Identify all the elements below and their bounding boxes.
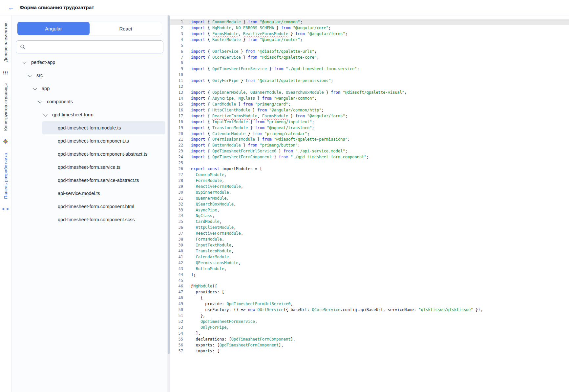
back-arrow-icon[interactable]: ← bbox=[8, 4, 14, 11]
code-line[interactable]: 39 InputTextModule, bbox=[170, 243, 569, 248]
search-input[interactable] bbox=[28, 44, 159, 49]
code-line[interactable]: 52 QpdTimesheetFormService, bbox=[170, 319, 569, 325]
code-line[interactable]: 8 bbox=[170, 60, 569, 66]
code-line[interactable]: 7import { QCoreService } from "@diasoft/… bbox=[170, 55, 569, 61]
tab-warnings[interactable]: !!! bbox=[3, 70, 8, 75]
code-line[interactable]: 10 bbox=[170, 72, 569, 78]
code-editor[interactable]: 1import { CommonModule } from "@angular/… bbox=[170, 15, 569, 392]
code-line[interactable]: 3import { FormsModule, ReactiveFormsModu… bbox=[170, 31, 569, 37]
tab-element-tree[interactable]: Дерево элементов bbox=[3, 23, 8, 62]
code-text: ReactiveFormsModule, bbox=[191, 231, 243, 237]
code-line[interactable]: 36 HttpClientModule, bbox=[170, 225, 569, 231]
chevron-down-icon[interactable] bbox=[22, 60, 27, 64]
code-line[interactable]: 30 QSpinnerModule, bbox=[170, 190, 569, 196]
code-line[interactable]: 9import { QpdTimesheetFormService } from… bbox=[170, 66, 569, 72]
code-line[interactable]: 42 QPermissionsModule, bbox=[170, 260, 569, 266]
code-line[interactable]: 4import { RouterModule } from "@angular/… bbox=[170, 37, 569, 43]
code-line[interactable]: 41 CalendarModule, bbox=[170, 254, 569, 260]
line-number: 16 bbox=[170, 108, 187, 113]
code-line[interactable]: 43 ButtonModule, bbox=[170, 266, 569, 272]
tree-folder[interactable]: app bbox=[11, 82, 167, 95]
code-line[interactable]: 21import { QPermissionsModule } from "@d… bbox=[170, 137, 569, 143]
tree-file[interactable]: qpd-timesheet-form.component.html bbox=[11, 200, 167, 213]
line-number: 52 bbox=[170, 319, 187, 325]
code-line[interactable]: 51 }, bbox=[170, 313, 569, 319]
tree-folder[interactable]: components bbox=[11, 95, 167, 108]
tree-file[interactable]: qpd-timesheet-form.component-abstract.ts bbox=[11, 147, 167, 161]
code-line[interactable]: 15import { CardModule } from "primeng/ca… bbox=[170, 102, 569, 108]
line-number: 54 bbox=[170, 331, 187, 337]
code-line[interactable]: 1import { CommonModule } from "@angular/… bbox=[170, 19, 569, 25]
code-line[interactable]: 24import { QpdTimesheetFormComponent } f… bbox=[170, 154, 569, 160]
code-line[interactable]: 23import { QpdTimesheetFormUrlService0 }… bbox=[170, 148, 569, 154]
line-number: 36 bbox=[170, 225, 187, 231]
code-line[interactable]: 57 imports: [ bbox=[170, 348, 569, 354]
code-line[interactable]: 56 exports: [QpdTimesheetFormComponent], bbox=[170, 343, 569, 348]
code-line[interactable]: 5 bbox=[170, 43, 569, 49]
code-line[interactable]: 28 FormsModule, bbox=[170, 178, 569, 184]
code-line[interactable]: 49 provide: QpdTimesheetFormUrlService0, bbox=[170, 301, 569, 307]
code-line[interactable]: 17import { ReactiveFormsModule, FormsMod… bbox=[170, 113, 569, 119]
code-line[interactable]: 13import { QSpinnerModule, QBannerModule… bbox=[170, 90, 569, 96]
code-line[interactable]: 22import { ButtonModule } from "primeng/… bbox=[170, 143, 569, 148]
chevron-down-icon[interactable] bbox=[33, 86, 37, 90]
code-brackets-icon[interactable]: < > bbox=[2, 207, 9, 211]
line-number: 12 bbox=[170, 84, 187, 90]
code-line[interactable]: 31 QBannerModule, bbox=[170, 196, 569, 202]
tree-file[interactable]: qpd-timesheet-form.component.scss bbox=[11, 213, 167, 226]
tab-angular[interactable]: Angular bbox=[17, 22, 90, 35]
code-line[interactable]: 37 ReactiveFormsModule, bbox=[170, 231, 569, 237]
code-line[interactable]: 11import { OnlyForPipe } from "@diasoft/… bbox=[170, 78, 569, 84]
tree-folder[interactable]: qpd-timesheet-form bbox=[11, 108, 167, 121]
scrollbar-thumb[interactable] bbox=[168, 15, 170, 354]
code-line[interactable]: 47 providers: [ bbox=[170, 289, 569, 295]
code-line[interactable]: 53 OnlyForPipe, bbox=[170, 325, 569, 331]
code-line[interactable]: 2import { NgModule, NO_ERRORS_SCHEMA } f… bbox=[170, 25, 569, 31]
tree-file[interactable]: api-service.model.ts bbox=[11, 187, 167, 200]
tab-react[interactable]: React bbox=[90, 22, 162, 35]
code-line[interactable]: 34 NgClass, bbox=[170, 213, 569, 219]
panel-scrollbar[interactable] bbox=[167, 15, 170, 392]
code-line[interactable]: 48 { bbox=[170, 295, 569, 301]
code-line[interactable]: 25 bbox=[170, 160, 569, 166]
tab-page-builder[interactable]: Конструктор страницы bbox=[3, 83, 8, 131]
code-line[interactable]: 54 ], bbox=[170, 331, 569, 337]
code-line[interactable]: 6import { QUrlService } from "@diasoft/q… bbox=[170, 49, 569, 55]
code-line[interactable]: 55 declarations: [QpdTimesheetFormCompon… bbox=[170, 337, 569, 343]
tree-folder[interactable]: src bbox=[11, 69, 167, 82]
code-line[interactable]: 20import { CalendarModule } from "primen… bbox=[170, 131, 569, 137]
code-line[interactable]: 38 FormsModule, bbox=[170, 237, 569, 243]
chevron-down-icon[interactable] bbox=[38, 99, 42, 103]
code-line[interactable]: 44]; bbox=[170, 272, 569, 278]
tab-developer-panel[interactable]: Панель разработчика bbox=[3, 153, 8, 199]
code-line[interactable]: 50 useFactory: () => new QUrlService({ b… bbox=[170, 307, 569, 313]
code-line[interactable]: 40 TranslocoModule, bbox=[170, 248, 569, 254]
line-number: 19 bbox=[170, 125, 187, 131]
code-line[interactable]: 16import { HttpClientModule } from "@ang… bbox=[170, 108, 569, 113]
code-line[interactable]: 45 bbox=[170, 278, 569, 284]
line-number: 24 bbox=[170, 154, 187, 160]
code-line[interactable]: 33 AsyncPipe, bbox=[170, 207, 569, 213]
tree-file[interactable]: qpd-timesheet-form.service.ts bbox=[11, 161, 167, 174]
tree-file[interactable]: qpd-timesheet-form.module.ts bbox=[42, 121, 165, 134]
code-line[interactable]: 32 QSearchBoxModule, bbox=[170, 202, 569, 207]
tree-file[interactable]: qpd-timesheet-form.service-abstract.ts bbox=[11, 174, 167, 187]
code-line[interactable]: 29 ReactiveFormsModule, bbox=[170, 184, 569, 190]
chevron-down-icon[interactable] bbox=[28, 73, 32, 77]
tree-file[interactable]: qpd-timesheet-form.component.ts bbox=[11, 134, 167, 147]
tree-folder[interactable]: perfect-app bbox=[11, 56, 167, 69]
code-line[interactable]: 26export const importModules = [ bbox=[170, 166, 569, 172]
chevron-down-icon[interactable] bbox=[43, 112, 48, 116]
code-line[interactable]: 35 CardModule, bbox=[170, 219, 569, 225]
code-line[interactable]: 27 CommonModule, bbox=[170, 172, 569, 178]
code-line[interactable]: 19import { TranslocoModule } from "@ngne… bbox=[170, 125, 569, 131]
code-line[interactable]: 18import { InputTextModule } from "prime… bbox=[170, 119, 569, 125]
code-line[interactable]: 46@NgModule({ bbox=[170, 284, 569, 289]
code-text: import { QpdTimesheetFormService } from … bbox=[191, 66, 359, 72]
colored-asterisk-icon[interactable] bbox=[3, 139, 8, 144]
line-number: 29 bbox=[170, 184, 187, 190]
code-line[interactable]: 12 bbox=[170, 84, 569, 90]
code-line[interactable]: 14import { AsyncPipe, NgClass } from "@a… bbox=[170, 96, 569, 102]
code-text: ReactiveFormsModule, bbox=[191, 184, 243, 190]
line-number: 31 bbox=[170, 196, 187, 202]
